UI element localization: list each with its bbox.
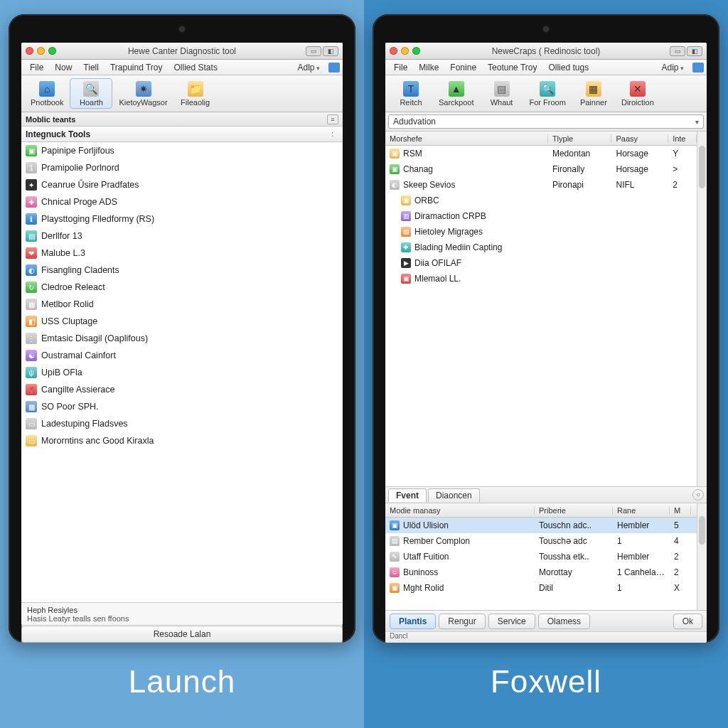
table-row[interactable]: ▣RSMMedontanHorsageY [385, 146, 697, 161]
toolbar-kietoywagsor[interactable]: ✷KietoyWagsor [114, 78, 172, 109]
toolbar-diroiction[interactable]: ✕Diroiction [616, 78, 659, 109]
item-label: UpiB OFla [41, 368, 82, 378]
column-header[interactable]: Inte [668, 134, 697, 143]
item-label: USS Cluptage [41, 316, 97, 326]
list-item[interactable]: ✚Chnical Proge ADS [21, 193, 343, 210]
bottom-button-bar: PlantisRengurServiceOlamessOk [385, 610, 707, 631]
list-item[interactable]: ψUpiB OFla [21, 364, 343, 381]
column-header[interactable]: Modie manasy [385, 506, 535, 515]
tab-fvent[interactable]: Fvent [388, 488, 427, 502]
section-collapse-icon[interactable]: : [331, 130, 338, 138]
list-item[interactable]: ◧USS Cluptage [21, 313, 343, 330]
close-icon[interactable] [390, 47, 397, 55]
menu-adip[interactable]: Adip [655, 63, 690, 73]
menu-teotune troy[interactable]: Teotune Troy [482, 63, 542, 73]
list-item[interactable]: ▤Derllfor 13 [21, 228, 343, 245]
button-service[interactable]: Service [488, 614, 535, 629]
column-header[interactable]: M [670, 506, 691, 515]
cell-text: Horsage [612, 149, 669, 159]
close-icon[interactable] [26, 47, 33, 55]
menu-file[interactable]: File [388, 63, 413, 73]
list-item[interactable]: ↻Cledroe Releact [21, 279, 343, 296]
table-row[interactable]: ▣Ulöd UlisionTouschn adc..Hembler5 [385, 518, 697, 533]
menu-trapuind troy[interactable]: Trapuind Troy [105, 63, 168, 73]
list-item[interactable]: ▩SO Poor SPH. [21, 398, 343, 415]
menu-adlp[interactable]: Adlp [291, 63, 326, 73]
zoom-icon[interactable] [48, 47, 56, 55]
toolbar-painner[interactable]: ▦Painner [572, 78, 615, 109]
toolbar-fileaolig[interactable]: 📁Fileaolig [174, 78, 217, 109]
list-item[interactable]: ▦Metlbor Rolid [21, 296, 343, 313]
list-item[interactable]: ⋮Emtasic Disagil (Oaplifous) [21, 330, 343, 347]
cell-text: 2 [670, 552, 691, 562]
table-row[interactable]: ▣ORBC [385, 193, 697, 208]
toolbar-hoarth[interactable]: 🔍Hoarth [70, 78, 112, 109]
list-item[interactable]: ◐Fisangling Cladents [21, 262, 343, 279]
column-header[interactable]: Paasy [611, 134, 668, 143]
bottom-table[interactable]: Modie manasyPriberieRaneM▣Ulöd UlisionTo… [385, 503, 697, 610]
menu-app-icon[interactable] [692, 63, 704, 73]
list-item[interactable]: 📍Cangilte Assierace [21, 381, 343, 398]
button-rengur[interactable]: Rengur [439, 614, 485, 629]
list-item[interactable]: ▣Papinipe Forljifous [21, 142, 343, 159]
table-row[interactable]: ◐Skeep SeviosPironapiNIFL2 [385, 177, 697, 193]
table-row[interactable]: ▥Diramaction CRPB [385, 208, 697, 224]
list-item[interactable]: 1Pramipolie Porlnord [21, 159, 343, 176]
menu-now[interactable]: Now [49, 63, 77, 73]
table-row[interactable]: ☺BuninossMorottay1 Canhelater.2 [385, 564, 697, 580]
menu-ollied tugs[interactable]: Ollied tugs [542, 63, 594, 73]
top-table[interactable]: MorshefeTlyplePaasyInte▣RSMMedontanHorsa… [385, 132, 697, 486]
menu-fonine[interactable]: Fonine [444, 63, 482, 73]
window-button-2[interactable]: ◧ [323, 46, 338, 56]
table-row[interactable]: ▶Diia OFILAF [385, 255, 697, 271]
left-tools-list[interactable]: ▣Papinipe Forljifous1Pramipolie Porlnord… [21, 142, 343, 602]
tab-diaoncen[interactable]: Diaoncen [428, 488, 480, 502]
tab-search-icon[interactable]: ○ [692, 489, 704, 500]
scrollbar[interactable] [697, 503, 707, 610]
button-olamess[interactable]: Olamess [538, 614, 590, 629]
column-header[interactable]: Tlyple [548, 134, 612, 143]
toolbar-reitch[interactable]: TReitch [390, 78, 432, 109]
minimize-icon[interactable] [37, 47, 45, 55]
list-item[interactable]: ▭Ladestuping Fladsves [21, 415, 343, 432]
column-header[interactable]: Morshefe [385, 134, 548, 143]
table-row[interactable]: ▣Mght RolidDitil1X [385, 580, 697, 596]
scrollbar[interactable] [697, 132, 707, 486]
window-button[interactable]: ▭ [670, 46, 685, 56]
menu-ollied stats[interactable]: Ollied Stats [168, 63, 223, 73]
menu-milke[interactable]: Milke [413, 63, 444, 73]
toolbar-sarckpoot[interactable]: ▲Sarckpoot [434, 78, 479, 109]
minimize-icon[interactable] [401, 47, 409, 55]
zoom-icon[interactable] [412, 47, 420, 55]
list-item[interactable]: ▭Mororntins anc Good Kiraxla [21, 432, 343, 449]
column-header[interactable]: Priberie [535, 506, 613, 515]
table-row[interactable]: ✎Utaff FuitionToussha etk..Hembler2 [385, 549, 697, 564]
cell-text: 4 [670, 536, 691, 546]
menu-file[interactable]: File [24, 63, 49, 73]
toolbar-whaut[interactable]: ▤Whaut [481, 78, 523, 109]
toolbar-pnotbook[interactable]: ⌂Pnotbook [26, 78, 68, 109]
category-combo[interactable]: Adudvation [388, 114, 704, 129]
toolbar-label: For Froom [530, 98, 566, 107]
menu-app-icon[interactable] [328, 63, 340, 73]
table-row[interactable]: ▧Hietoley Migrages [385, 224, 697, 240]
window-button-2[interactable]: ◧ [687, 46, 702, 56]
table-row[interactable]: ✚Blading Mediin Capting [385, 240, 697, 255]
list-item[interactable]: ❤Malube L.3 [21, 245, 343, 262]
list-item[interactable]: ℹPlaysttoging Flledformy (RS) [21, 210, 343, 228]
window-title: NeweCraps ( Redinosic tool) [385, 46, 707, 56]
context-toggle-icon[interactable]: ≡ [327, 114, 338, 124]
table-row[interactable]: ▣Mlemaol LL. [385, 271, 697, 287]
list-item[interactable]: ☯Oustramal Cainfort [21, 347, 343, 364]
item-label: SO Poor SPH. [41, 402, 99, 412]
toolbar-for froom[interactable]: 🔍For Froom [525, 78, 571, 109]
status-action-button[interactable]: Resoade Lalan [21, 626, 343, 643]
column-header[interactable]: Rane [613, 506, 670, 515]
table-row[interactable]: ▤Rember ComplonTouschə adc14 [385, 533, 697, 549]
table-row[interactable]: ▣ChanagFironallyHorsage> [385, 161, 697, 177]
window-button[interactable]: ▭ [306, 46, 321, 56]
menu-tiell[interactable]: Tiell [77, 63, 105, 73]
button-ok[interactable]: Ok [673, 614, 702, 629]
button-plantis[interactable]: Plantis [390, 614, 436, 629]
list-item[interactable]: ✦Ceanrue Ûsire Pradfates [21, 176, 343, 193]
